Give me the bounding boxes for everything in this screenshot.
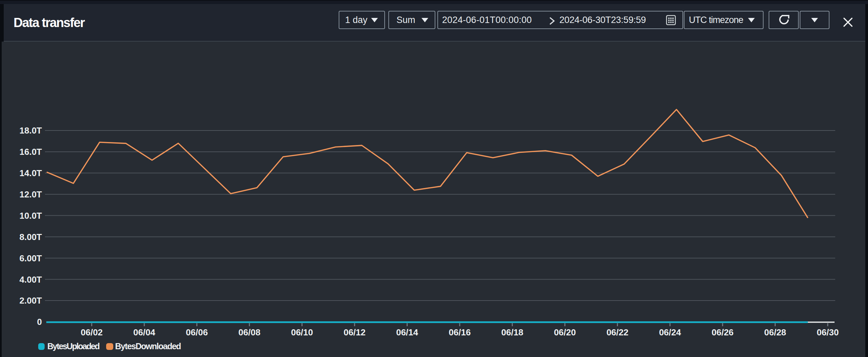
- svg-text:18.0T: 18.0T: [20, 125, 42, 136]
- svg-text:06/08: 06/08: [238, 327, 260, 337]
- svg-text:10.0T: 10.0T: [20, 211, 42, 221]
- svg-text:06/16: 06/16: [449, 327, 471, 337]
- svg-text:06/14: 06/14: [396, 327, 418, 337]
- svg-text:8.00T: 8.00T: [20, 232, 42, 242]
- svg-text:06/28: 06/28: [764, 327, 786, 337]
- svg-text:4.00T: 4.00T: [20, 275, 42, 285]
- svg-text:12.0T: 12.0T: [20, 189, 42, 199]
- svg-text:16.0T: 16.0T: [20, 147, 42, 157]
- svg-text:06/12: 06/12: [343, 327, 365, 337]
- svg-text:06/20: 06/20: [554, 327, 576, 337]
- svg-text:06/18: 06/18: [501, 327, 523, 337]
- svg-text:06/02: 06/02: [81, 327, 103, 337]
- svg-text:06/26: 06/26: [712, 327, 733, 337]
- svg-text:06/06: 06/06: [186, 327, 208, 337]
- svg-text:14.0T: 14.0T: [20, 168, 42, 178]
- svg-text:06/24: 06/24: [659, 327, 681, 337]
- svg-text:0: 0: [37, 317, 42, 327]
- svg-text:06/22: 06/22: [606, 327, 628, 337]
- svg-text:6.00T: 6.00T: [20, 253, 42, 263]
- svg-text:2.00T: 2.00T: [20, 295, 42, 306]
- svg-text:06/10: 06/10: [291, 327, 313, 337]
- svg-text:06/30: 06/30: [817, 327, 839, 337]
- svg-text:06/04: 06/04: [133, 327, 155, 337]
